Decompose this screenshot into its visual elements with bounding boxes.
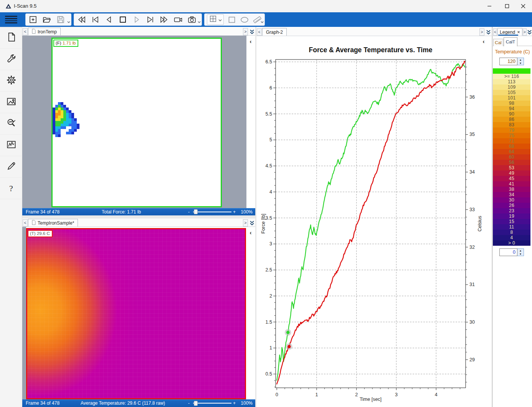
zoom-slider-thumb[interactable] — [194, 209, 198, 214]
tab-list-chevrons-icon[interactable] — [485, 28, 492, 36]
tab-scroll-left-button[interactable]: < — [23, 219, 28, 227]
snapshot-button[interactable] — [187, 15, 197, 25]
previous-frame-button[interactable] — [104, 15, 114, 25]
spin-down-icon[interactable]: ▼ — [517, 252, 524, 256]
left-sidebar: ? — [0, 27, 22, 407]
svg-text:Force & Average Temperature vs: Force & Average Temperature vs. Time — [309, 46, 433, 54]
tab-calt[interactable]: CalT — [504, 37, 517, 46]
last-frame-button[interactable] — [145, 15, 155, 25]
tab-tempironsample[interactable]: TempIronSample* — [28, 219, 78, 227]
tab-scroll-left-button[interactable]: < — [257, 28, 262, 36]
svg-text:Time [sec]: Time [sec] — [360, 397, 382, 402]
legend-scale-row: 30 — [493, 197, 530, 203]
legend-scale-row: 45 — [493, 176, 530, 181]
hamburger-menu-button[interactable] — [0, 12, 22, 27]
toolbar-file-group — [25, 13, 71, 26]
sidebar-item-analysis-search[interactable] — [0, 113, 22, 135]
legend-scale-row: 113 — [493, 79, 530, 84]
spinner-buttons[interactable]: ▲▼ — [517, 248, 524, 256]
legend-max-input[interactable] — [499, 58, 517, 65]
fast-forward-button[interactable] — [159, 15, 169, 25]
legend-scale-row: 101 — [493, 95, 530, 101]
open-file-button[interactable] — [42, 15, 52, 25]
image-icon — [6, 96, 17, 108]
toolbar-overflow-icon[interactable] — [198, 18, 201, 25]
tab-scroll-right-button[interactable]: > — [243, 219, 248, 227]
toolbar-overflow-icon[interactable] — [67, 18, 70, 25]
wrench-icon — [6, 53, 17, 65]
tab-scroll-left-button[interactable]: < — [23, 28, 28, 35]
draw-rectangle-button[interactable] — [227, 15, 236, 25]
first-frame-button[interactable] — [90, 15, 100, 25]
zoom-slider-track[interactable] — [193, 212, 231, 212]
add-window-button[interactable] — [28, 15, 38, 25]
spin-down-icon[interactable]: ▼ — [517, 61, 524, 65]
sidebar-item-image[interactable] — [0, 92, 22, 113]
sidebar-item-help[interactable]: ? — [0, 178, 22, 199]
sidebar-item-settings[interactable] — [0, 70, 22, 92]
toolbar-overflow-icon[interactable] — [261, 18, 264, 25]
stop-button[interactable] — [118, 15, 128, 25]
legend-panel: Cal CalT Temperature (C) ▲▼ >= 116113109… — [493, 36, 532, 407]
force-overlay-label[interactable]: (F) 1.71 lb — [53, 40, 78, 47]
tab-scroll-right-button[interactable]: > — [243, 28, 248, 35]
sidebar-item-file[interactable] — [0, 27, 22, 49]
panel-margin — [22, 227, 26, 399]
spin-up-icon[interactable]: ▲ — [517, 249, 524, 252]
record-movie-button[interactable] — [173, 15, 183, 25]
legend-scale-row: 23 — [493, 208, 530, 213]
close-tab-icon[interactable]: × — [517, 29, 520, 35]
graph-view: 012340.511.522.533.544.555.566.529303132… — [256, 36, 492, 407]
frame-counter: Frame 34 of 478 — [26, 399, 59, 407]
zoom-slider-track[interactable] — [193, 403, 231, 404]
temperature-overlay-label[interactable]: (T) 29.6 C — [28, 230, 53, 237]
force-temperature-chart[interactable]: 012340.511.522.533.544.555.566.529303132… — [256, 36, 492, 407]
pressure-blob — [53, 102, 79, 137]
rewind-button[interactable] — [76, 15, 86, 25]
zoom-out-button[interactable]: - — [188, 208, 190, 215]
zoom-out-button[interactable]: - — [188, 399, 190, 407]
sidebar-item-tools[interactable] — [0, 49, 22, 70]
legend-scale-row: 8 — [493, 230, 530, 235]
document-icon — [32, 29, 36, 35]
tab-scroll-right-button[interactable]: > — [523, 28, 527, 36]
spinner-buttons[interactable]: ▲▼ — [517, 58, 524, 65]
sidebar-item-graph[interactable] — [0, 135, 22, 156]
legend-scale-row: 86 — [493, 117, 530, 122]
tab-graph-2[interactable]: Graph-2 — [262, 28, 287, 36]
gear-icon — [6, 75, 17, 87]
minimize-button[interactable] — [481, 0, 498, 12]
collapse-panel-button[interactable]: ‹ — [247, 228, 254, 236]
collapse-panel-button[interactable]: ‹ — [480, 37, 487, 45]
close-button[interactable] — [514, 0, 532, 12]
tab-list-chevrons-icon[interactable] — [527, 28, 532, 36]
pressure-map-view[interactable]: (F) 1.71 lb ‹ — [22, 36, 255, 208]
tab-scroll-left-button[interactable]: < — [493, 28, 497, 36]
tab-irontemp[interactable]: IronTemp — [28, 28, 61, 35]
save-file-button[interactable] — [56, 15, 66, 25]
thermal-map-view[interactable]: (T) 29.6 C ‹ — [22, 227, 255, 399]
svg-text:32: 32 — [469, 245, 475, 250]
tab-scroll-right-button[interactable]: > — [479, 28, 484, 36]
collapse-panel-button[interactable]: ‹ — [247, 37, 254, 45]
sidebar-item-annotate[interactable] — [0, 156, 22, 178]
legend-scale-row: 98 — [493, 101, 530, 106]
svg-text:0: 0 — [276, 392, 278, 397]
irontemp-tab-bar: < IronTemp > — [22, 28, 255, 36]
zoom-slider-thumb[interactable] — [194, 401, 198, 406]
thermal-image[interactable] — [26, 228, 246, 399]
layout-grid-split-button[interactable] — [207, 14, 224, 25]
zoom-in-button[interactable]: + — [233, 208, 236, 215]
draw-ellipse-button[interactable] — [240, 15, 249, 25]
spin-up-icon[interactable]: ▲ — [517, 58, 524, 61]
tab-list-chevrons-icon[interactable] — [248, 219, 255, 227]
svg-text:2: 2 — [269, 293, 272, 299]
tab-list-chevrons-icon[interactable] — [248, 28, 255, 35]
maximize-button[interactable] — [498, 0, 516, 12]
question-mark-icon: ? — [9, 184, 13, 194]
play-button[interactable] — [132, 15, 142, 25]
panel-divider — [22, 215, 255, 218]
legend-min-input[interactable] — [499, 248, 517, 256]
zoom-in-button[interactable]: + — [233, 399, 236, 407]
tab-cal[interactable]: Cal — [493, 39, 503, 46]
